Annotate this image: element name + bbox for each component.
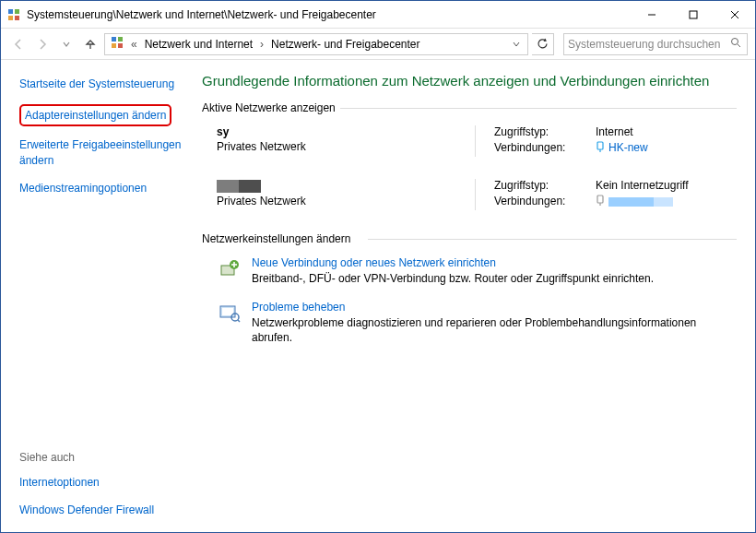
maximize-button[interactable] xyxy=(672,2,714,28)
svg-rect-10 xyxy=(112,43,116,48)
minimize-button[interactable] xyxy=(631,2,672,28)
ethernet-icon xyxy=(596,195,605,207)
search-icon[interactable] xyxy=(728,37,743,51)
svg-rect-16 xyxy=(597,195,603,203)
task-link[interactable]: Probleme beheben xyxy=(252,301,345,314)
sidebar-link-home[interactable]: Startseite der Systemsteuerung xyxy=(19,77,183,91)
window-title: Systemsteuerung\Netzwerk und Internet\Ne… xyxy=(27,8,631,21)
content-area: Startseite der Systemsteuerung Adapterei… xyxy=(1,60,755,532)
back-button[interactable] xyxy=(8,34,29,54)
task-link[interactable]: Neue Verbindung oder neues Netzwerk einr… xyxy=(252,256,496,269)
window-buttons xyxy=(631,2,755,28)
sidebar: Startseite der Systemsteuerung Adapterei… xyxy=(1,60,195,532)
svg-rect-0 xyxy=(8,9,13,14)
network-type: Privates Netzwerk xyxy=(217,140,475,153)
chevron-right-icon: › xyxy=(258,38,266,51)
svg-rect-8 xyxy=(112,37,116,41)
network-name-obscured xyxy=(217,179,475,193)
sidebar-link-adapter-settings[interactable]: Adaptereinstellungen ändern xyxy=(19,104,171,126)
sidebar-link-media-streaming[interactable]: Medienstreamingoptionen xyxy=(19,181,183,195)
connection-label: Verbindungen: xyxy=(494,195,596,207)
svg-rect-1 xyxy=(15,9,19,14)
network-name: sy xyxy=(217,125,475,138)
breadcrumb-level1[interactable]: Netzwerk und Internet xyxy=(143,38,254,51)
svg-point-12 xyxy=(732,39,738,45)
titlebar: Systemsteuerung\Netzwerk und Internet\Ne… xyxy=(1,1,755,29)
svg-rect-11 xyxy=(118,43,123,48)
active-networks-header: Aktive Netzwerke anzeigen xyxy=(202,101,737,114)
svg-rect-3 xyxy=(15,16,19,20)
connection-link-obscured[interactable] xyxy=(608,195,673,207)
search-placeholder: Systemsteuerung durchsuchen xyxy=(568,38,728,51)
network-identity: sy Privates Netzwerk xyxy=(217,125,475,157)
forward-button[interactable] xyxy=(32,34,53,54)
search-box[interactable]: Systemsteuerung durchsuchen xyxy=(563,33,748,55)
access-type-label: Zugriffstyp: xyxy=(494,125,596,138)
task-desc: Breitband-, DFÜ- oder VPN-Verbindung bzw… xyxy=(252,271,654,286)
svg-rect-14 xyxy=(597,142,603,149)
breadcrumb-prefix: « xyxy=(129,38,139,51)
network-details: Zugriffstyp: Kein Internetzugriff Verbin… xyxy=(494,179,737,210)
recent-dropdown[interactable] xyxy=(56,34,77,54)
network-identity: Privates Netzwerk xyxy=(217,179,475,210)
ethernet-icon xyxy=(596,141,605,154)
sidebar-link-internet-options[interactable]: Internetoptionen xyxy=(19,475,183,490)
page-title: Grundlegende Informationen zum Netzwerk … xyxy=(202,73,737,89)
task-desc: Netzwerkprobleme diagnostizieren und rep… xyxy=(252,315,737,345)
svg-rect-2 xyxy=(8,16,13,20)
divider xyxy=(475,179,476,210)
access-type-value: Internet xyxy=(596,125,633,138)
svg-rect-23 xyxy=(222,308,233,315)
access-type-label: Zugriffstyp: xyxy=(494,179,596,192)
address-bar[interactable]: « Netzwerk und Internet › Netzwerk- und … xyxy=(104,33,528,55)
control-panel-icon xyxy=(6,7,21,22)
address-dropdown-icon[interactable] xyxy=(509,38,524,51)
change-settings-header: Netzwerkeinstellungen ändern xyxy=(202,232,737,245)
task-troubleshoot: Probleme beheben Netzwerkprobleme diagno… xyxy=(202,301,737,345)
svg-line-25 xyxy=(238,320,240,322)
network-block: Privates Netzwerk Zugriffstyp: Kein Inte… xyxy=(202,179,737,210)
control-panel-small-icon xyxy=(109,36,125,52)
close-button[interactable] xyxy=(714,2,755,28)
address-toolbar: « Netzwerk und Internet › Netzwerk- und … xyxy=(1,29,755,60)
sidebar-link-firewall[interactable]: Windows Defender Firewall xyxy=(19,503,183,517)
sidebar-link-advanced-sharing[interactable]: Erweiterte Freigabeeinstellungen ändern xyxy=(19,137,183,167)
network-block: sy Privates Netzwerk Zugriffstyp: Intern… xyxy=(202,125,737,157)
connection-link[interactable]: HK-new xyxy=(608,141,648,154)
svg-rect-9 xyxy=(118,37,123,41)
main-pane: Grundlegende Informationen zum Netzwerk … xyxy=(195,60,755,532)
access-type-value: Kein Internetzugriff xyxy=(596,179,689,192)
network-details: Zugriffstyp: Internet Verbindungen: HK-n… xyxy=(494,125,737,157)
see-also-header: Siehe auch xyxy=(19,451,183,464)
refresh-button[interactable] xyxy=(532,33,554,55)
up-button[interactable] xyxy=(80,34,100,54)
network-type: Privates Netzwerk xyxy=(217,195,475,207)
divider xyxy=(475,125,476,157)
breadcrumb-level2[interactable]: Netzwerk- und Freigabecenter xyxy=(269,38,421,51)
new-connection-icon xyxy=(217,256,242,282)
troubleshoot-icon xyxy=(217,301,242,326)
task-new-connection: Neue Verbindung oder neues Netzwerk einr… xyxy=(202,256,737,286)
connection-label: Verbindungen: xyxy=(494,141,596,154)
svg-rect-5 xyxy=(690,11,697,18)
svg-line-13 xyxy=(738,44,740,47)
